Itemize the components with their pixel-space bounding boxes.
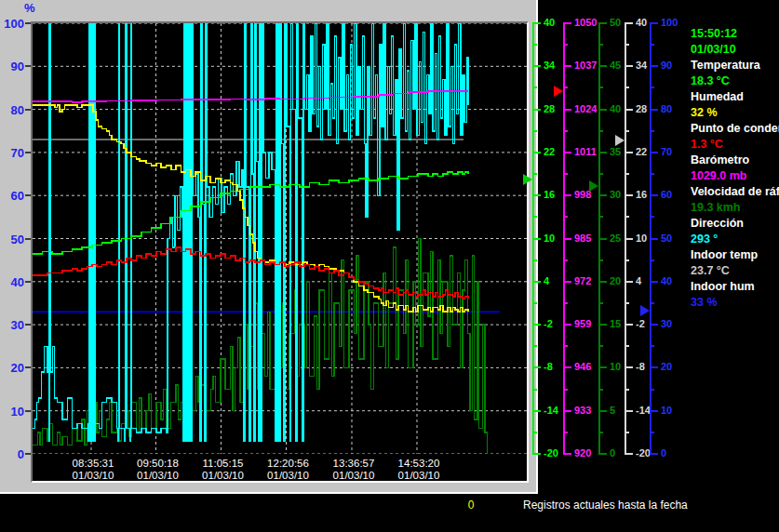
indoor-hum-axis-label: 40 — [661, 275, 672, 287]
indoor-temp-axis-minor-tick — [625, 216, 629, 218]
indoor-hum-axis-tick — [650, 453, 658, 455]
percent-axis-label: 40 — [0, 275, 24, 289]
wind-speed-axis — [598, 23, 600, 455]
indoor-temp-axis-minor-tick — [625, 130, 629, 132]
indoor-hum-axis-label: 70 — [661, 146, 672, 158]
indoor-hum-axis-tick — [650, 194, 658, 196]
wind-speed-axis-label: 5 — [610, 405, 615, 417]
wind-speed-axis-tick — [598, 152, 607, 153]
indoor-temp-axis-label: 28 — [636, 103, 647, 115]
indoor-temp-axis-label: -20 — [636, 447, 651, 459]
indoor-hum-axis-label: 80 — [661, 103, 672, 115]
barometer-axis-minor-tick — [563, 259, 568, 261]
indoor-temp-axis-label: 10 — [636, 233, 647, 245]
indoor-hum-axis-minor-tick — [650, 130, 654, 132]
temperature-axis-label: 22 — [544, 146, 555, 158]
indoor-hum-axis-minor-tick — [650, 86, 654, 88]
wind-speed-axis-label: 15 — [610, 318, 621, 330]
temperature-axis-label: 10 — [544, 233, 555, 245]
indoor-temp-axis-tick — [625, 410, 633, 412]
record-count: 0 — [463, 499, 478, 512]
wind-speed-axis-label: 25 — [610, 233, 621, 245]
percent-axis-label: 60 — [0, 189, 24, 203]
indoor-temp-axis-tick — [625, 238, 633, 240]
barometer-axis-label: 1050 — [574, 17, 597, 29]
indoor-hum-axis-minor-tick — [650, 389, 654, 391]
indoor-hum-axis-minor-tick — [650, 216, 654, 218]
indoor-hum-axis-tick — [650, 22, 658, 24]
barometer-arrow — [554, 86, 563, 97]
indoor-temp-axis-tick — [625, 109, 633, 111]
temperature-axis-label: -20 — [544, 447, 558, 459]
indoor-temp-axis-label: -8 — [636, 361, 645, 373]
barometer-axis-minor-tick — [563, 345, 568, 347]
label-barometer: Barómetro — [691, 153, 779, 168]
indoor-hum-axis-label: 90 — [661, 60, 672, 72]
barometer-axis-tick — [563, 194, 571, 196]
indoor-hum-axis-minor-tick — [650, 173, 654, 175]
barometer-axis-minor-tick — [563, 389, 568, 391]
wind-speed-axis-label: 20 — [610, 275, 621, 287]
chart-canvas — [33, 23, 527, 454]
wind-speed-axis-tick — [598, 453, 607, 455]
indoor-hum-axis-label: 50 — [661, 233, 672, 245]
indoor-hum-axis-tick — [650, 281, 658, 283]
barometer-axis-minor-tick — [563, 216, 568, 218]
barometer-axis-tick — [563, 366, 571, 368]
barometer-axis-tick — [563, 152, 571, 153]
wind-speed-axis-tick — [598, 109, 607, 111]
indoor-hum-axis-minor-tick — [650, 259, 654, 261]
wind-speed-axis-minor-tick — [598, 216, 603, 218]
indoor-temp-axis-tick — [625, 152, 633, 153]
wind-speed-axis-label: 0 — [610, 447, 615, 459]
status-bar: 0 Registros actuales hasta la fecha — [0, 499, 779, 513]
barometer-axis-minor-tick — [563, 86, 568, 88]
barometer-axis-label: 933 — [574, 405, 591, 417]
barometer-axis-label: 1024 — [574, 103, 597, 115]
indoor-temp-axis-tick — [625, 194, 633, 196]
wind-speed-axis-minor-tick — [598, 130, 603, 132]
wind-speed-axis-tick — [598, 238, 607, 240]
indoor-hum-axis-label: 10 — [661, 405, 672, 417]
wind-speed-axis-minor-tick — [598, 389, 603, 391]
indoor-temp-axis-tick — [625, 281, 633, 283]
percent-axis-label: 80 — [0, 103, 24, 117]
temperature-axis-label: 28 — [544, 103, 555, 115]
indoor-hum-axis-tick — [650, 65, 658, 67]
temperature-axis-label: 40 — [544, 17, 555, 29]
indoor-hum-axis-tick — [650, 238, 658, 240]
label-indoor-temp: Indoor temp — [691, 247, 779, 263]
label-dew-point: Punto de condensación — [691, 121, 779, 137]
wind-speed-axis-label: 45 — [610, 60, 621, 72]
indoor-temp-axis-label: 22 — [636, 146, 647, 158]
barometer-axis-tick — [563, 410, 571, 412]
indoor-temp-axis-minor-tick — [625, 389, 629, 391]
wind-speed-axis-minor-tick — [598, 345, 603, 347]
indoor-hum-axis-minor-tick — [650, 44, 654, 46]
percent-axis-label: 90 — [0, 60, 24, 73]
wind-speed-axis-label: 50 — [610, 17, 621, 29]
indoor-temp-axis-minor-tick — [625, 44, 629, 46]
temperature-axis-label: -2 — [544, 318, 553, 330]
value-temperature: 18.3 °C — [691, 73, 779, 89]
indoor-hum-axis-minor-tick — [650, 302, 654, 304]
indoor-hum-axis-tick — [650, 109, 658, 111]
indoor-temp-axis-label: -2 — [636, 318, 645, 330]
indoor-temp-axis-label: 16 — [636, 189, 647, 201]
barometer-axis-minor-tick — [563, 44, 568, 46]
wind-speed-axis-minor-tick — [598, 44, 603, 46]
barometer-axis-minor-tick — [563, 130, 568, 132]
percent-axis-label: 70 — [0, 146, 24, 160]
indoor-temp-axis-label: 34 — [636, 60, 647, 72]
indoor-hum-axis-tick — [650, 366, 658, 368]
wind-speed-axis-label: 35 — [610, 146, 621, 158]
value-wind-direction: 293 ° — [691, 232, 779, 247]
status-message: Registros actuales hasta la fecha — [523, 499, 688, 512]
indoor-hum-axis-minor-tick — [650, 432, 654, 433]
current-time: 15:50:12 — [691, 26, 779, 42]
barometer-axis — [563, 23, 565, 455]
indoor-temp-axis-tick — [625, 65, 633, 67]
wind-speed-axis-tick — [598, 366, 607, 368]
temperature-axis-label: 34 — [544, 60, 555, 72]
temperature-axis-label: 16 — [544, 189, 555, 201]
